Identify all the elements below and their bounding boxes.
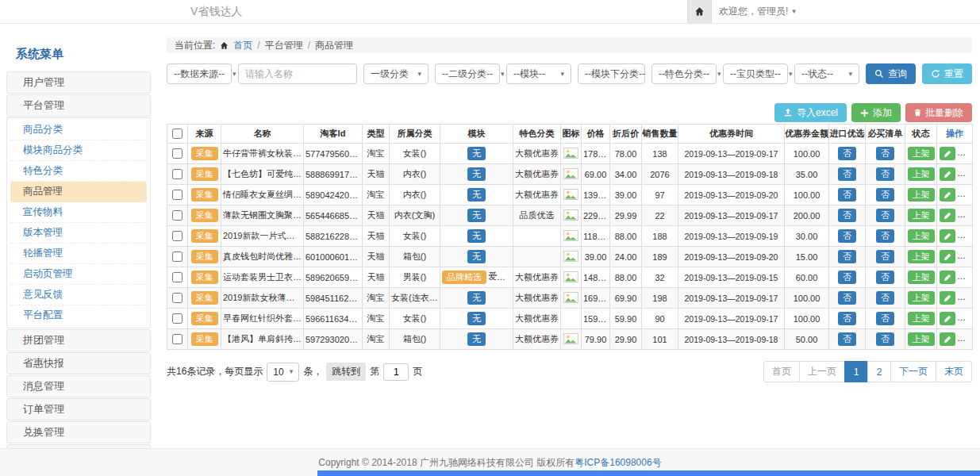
row-checkbox[interactable] <box>172 251 183 262</box>
must-buy-toggle[interactable]: 否 <box>876 312 894 325</box>
row-checkbox[interactable] <box>172 210 183 221</box>
sidebar-group[interactable]: 拼团管理 <box>6 329 151 351</box>
status-toggle[interactable]: 上架 <box>908 332 935 346</box>
breadcrumb-item[interactable]: 平台管理 <box>265 39 303 52</box>
page-button[interactable]: 末页 <box>936 361 972 382</box>
module-badge: 品牌精选 <box>442 271 486 284</box>
edit-button[interactable] <box>940 291 955 305</box>
page-button[interactable]: 1 <box>844 361 868 382</box>
filter-select[interactable]: --数据来源--▾ <box>167 63 232 84</box>
status-toggle[interactable]: 上架 <box>908 167 935 181</box>
filter-select[interactable]: --模块--▾ <box>506 63 571 84</box>
discount-price: 88.00 <box>610 267 642 288</box>
status-toggle[interactable]: 上架 <box>908 250 935 263</box>
must-buy-toggle[interactable]: 否 <box>876 291 894 305</box>
row-checkbox[interactable] <box>172 293 183 303</box>
imported-toggle[interactable]: 否 <box>838 147 856 160</box>
row-checkbox[interactable] <box>172 231 183 241</box>
must-buy-toggle[interactable]: 否 <box>876 332 894 346</box>
edit-button[interactable] <box>940 271 955 284</box>
sidebar-subitem[interactable]: 商品分类 <box>10 120 147 140</box>
must-buy-toggle[interactable]: 否 <box>876 147 894 160</box>
must-buy-toggle[interactable]: 否 <box>876 271 894 284</box>
icp-link[interactable]: 粤ICP备16098006号 <box>575 457 661 468</box>
imported-toggle[interactable]: 否 <box>838 229 856 243</box>
sidebar-group[interactable]: 省惠快报 <box>6 352 151 374</box>
jump-button[interactable]: 跳转到 <box>326 363 366 381</box>
must-buy-toggle[interactable]: 否 <box>876 167 894 181</box>
edit-button[interactable] <box>940 167 955 181</box>
sidebar-subitem[interactable]: 意见反馈 <box>10 285 147 305</box>
imported-toggle[interactable]: 否 <box>838 312 856 325</box>
page-button[interactable]: 上一页 <box>799 361 845 382</box>
imported-toggle[interactable]: 否 <box>838 188 856 202</box>
imported-toggle[interactable]: 否 <box>838 167 856 181</box>
filter-select[interactable]: --二级分类--▾ <box>435 63 500 84</box>
status-toggle[interactable]: 上架 <box>908 209 935 222</box>
edit-button[interactable] <box>940 332 955 346</box>
sidebar-subitem[interactable]: 启动页管理 <box>10 264 147 285</box>
sidebar-group[interactable]: 消息管理 <box>6 375 151 397</box>
status-toggle[interactable]: 上架 <box>908 188 935 202</box>
row-checkbox[interactable] <box>172 190 183 200</box>
name-input[interactable] <box>238 63 357 84</box>
status-toggle[interactable]: 上架 <box>908 312 935 325</box>
status-toggle[interactable]: 上架 <box>908 229 935 243</box>
status-toggle[interactable]: 上架 <box>908 147 935 160</box>
sidebar-subitem[interactable]: 平台配置 <box>10 305 147 326</box>
row-checkbox[interactable] <box>172 148 183 159</box>
row-checkbox[interactable] <box>172 334 183 344</box>
row-checkbox[interactable] <box>172 272 183 282</box>
batch-delete-button[interactable]: 批量删除 <box>905 103 972 122</box>
sidebar-group[interactable]: 订单管理 <box>6 398 151 420</box>
sidebar-subitem[interactable]: 轮播管理 <box>10 244 147 264</box>
row-checkbox[interactable] <box>172 313 183 324</box>
edit-button[interactable] <box>940 229 955 243</box>
filter-select[interactable]: 一级分类▾ <box>363 63 429 84</box>
must-buy-toggle[interactable]: 否 <box>876 229 894 243</box>
edit-button[interactable] <box>940 250 955 263</box>
per-page-select[interactable]: 10 ▾ <box>267 363 299 382</box>
page-button[interactable]: 2 <box>867 361 891 382</box>
filter-select[interactable]: --特色分类--▾ <box>651 63 717 84</box>
row-checkbox[interactable] <box>172 169 183 179</box>
page-button[interactable]: 下一页 <box>890 361 936 382</box>
filter-select[interactable]: --状态--▾ <box>794 63 859 84</box>
sidebar-subitem[interactable]: 版本管理 <box>10 223 147 244</box>
sidebar-subitem[interactable]: 特色分类 <box>10 161 147 182</box>
edit-button[interactable] <box>940 209 955 222</box>
breadcrumb-item[interactable]: 商品管理 <box>315 39 353 52</box>
imported-toggle[interactable]: 否 <box>838 291 856 305</box>
status-toggle[interactable]: 上架 <box>908 291 935 305</box>
sidebar-group[interactable]: 平台管理 <box>6 94 151 117</box>
reset-button[interactable]: 重置 <box>922 63 972 84</box>
status-toggle[interactable]: 上架 <box>908 271 935 284</box>
edit-button[interactable] <box>940 188 955 202</box>
filter-select[interactable]: --宝贝类型--▾ <box>723 63 788 84</box>
imported-toggle[interactable]: 否 <box>838 332 856 346</box>
page-button[interactable]: 首页 <box>763 361 800 382</box>
sidebar-group[interactable]: 兑换管理 <box>6 421 151 443</box>
filter-select[interactable]: --模块下分类--▾ <box>578 63 645 84</box>
home-button[interactable] <box>687 0 712 23</box>
imported-toggle[interactable]: 否 <box>838 250 856 263</box>
add-button[interactable]: 添加 <box>851 103 901 122</box>
sidebar-subitem[interactable]: 模块商品分类 <box>10 140 147 161</box>
edit-button[interactable] <box>940 312 955 325</box>
breadcrumb-home-link[interactable]: 首页 <box>233 39 252 52</box>
must-buy-toggle[interactable]: 否 <box>876 188 894 202</box>
search-button[interactable]: 查询 <box>866 63 916 84</box>
page-input[interactable] <box>383 363 409 381</box>
must-buy-toggle[interactable]: 否 <box>876 209 894 222</box>
must-buy-toggle[interactable]: 否 <box>876 250 894 263</box>
edit-button[interactable] <box>940 147 955 160</box>
imported-toggle[interactable]: 否 <box>838 271 856 284</box>
select-all-checkbox[interactable] <box>172 129 183 139</box>
sidebar-group[interactable]: 用户管理 <box>6 71 151 94</box>
imported-toggle[interactable]: 否 <box>838 209 856 222</box>
bottom-scrollbar[interactable] <box>317 470 980 476</box>
sidebar-subitem[interactable]: 宣传物料 <box>10 202 147 223</box>
sidebar-subitem[interactable]: 商品管理 <box>10 182 147 202</box>
user-menu[interactable]: 欢迎您，管理员! ▾ <box>719 0 796 23</box>
import-excel-button[interactable]: 导入excel <box>774 103 847 122</box>
